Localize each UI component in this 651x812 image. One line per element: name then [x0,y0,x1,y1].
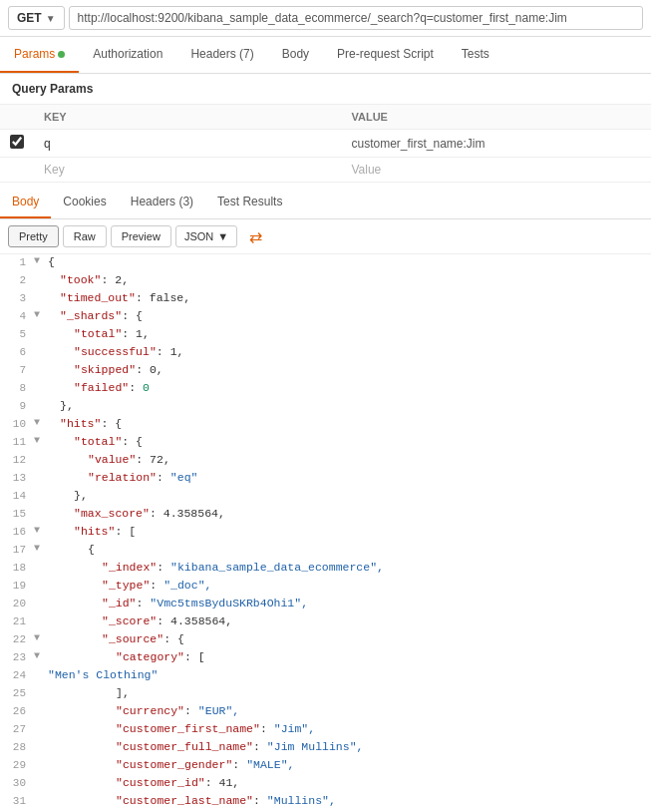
line-content: "category": [ [46,650,651,663]
line-content: { [46,543,651,556]
json-line: 28 "customer_full_name": "Jim Mullins", [0,739,651,757]
json-line: 10▼"hits": { [0,416,651,434]
json-line: 18 "_index": "kibana_sample_data_ecommer… [0,560,651,578]
param-key[interactable]: q [34,130,341,158]
line-content: "customer_last_name": "Mullins", [46,794,651,807]
line-number: 2 [0,273,34,286]
url-input[interactable] [69,6,643,30]
wrap-icon[interactable]: ⇄ [249,227,262,246]
json-line: 3 "timed_out": false, [0,290,651,308]
line-content: "total": { [46,435,651,448]
line-content: ], [46,686,651,699]
line-toggle[interactable]: ▼ [34,650,46,661]
line-number: 4 [0,309,34,322]
col-checkbox [0,105,34,130]
line-number: 27 [0,722,34,735]
line-content: "total": 1, [46,327,651,340]
line-number: 18 [0,561,34,574]
line-number: 19 [0,579,34,592]
line-content: "customer_first_name": "Jim", [46,722,651,735]
tab-response-body[interactable]: Body [0,187,51,218]
method-select[interactable]: GET ▼ [8,6,65,30]
line-toggle[interactable]: ▼ [34,543,46,554]
line-number: 15 [0,507,34,520]
line-number: 1 [0,255,34,268]
json-line: 23▼"category": [ [0,649,651,667]
col-value: VALUE [341,105,651,130]
line-content: "hits": [ [46,525,651,538]
line-number: 30 [0,776,34,789]
line-number: 16 [0,525,34,538]
url-bar: GET ▼ [0,0,651,37]
line-toggle[interactable]: ▼ [34,632,46,643]
tab-tests[interactable]: Tests [448,37,503,73]
line-number: 31 [0,794,34,807]
line-toggle[interactable]: ▼ [34,255,46,266]
line-content: "_index": "kibana_sample_data_ecommerce"… [46,561,651,574]
json-line: 7 "skipped": 0, [0,362,651,380]
preview-button[interactable]: Preview [111,225,171,247]
line-content: "customer_gender": "MALE", [46,758,651,771]
json-line: 5 "total": 1, [0,326,651,344]
line-content: "relation": "eq" [46,471,651,484]
params-table: KEY VALUE q customer_first_name:Jim Key … [0,105,651,183]
format-label: JSON [184,230,213,242]
json-line: 30 "customer_id": 41, [0,775,651,793]
json-line: 9 }, [0,398,651,416]
line-content: "skipped": 0, [46,363,651,376]
json-line: 1▼{ [0,254,651,272]
tab-headers[interactable]: Headers (7) [176,37,267,73]
line-content: "_type": "_doc", [46,579,651,592]
row-checkbox[interactable] [10,135,24,149]
line-number: 20 [0,597,34,609]
json-line: 12 "value": 72, [0,452,651,470]
table-row: q customer_first_name:Jim [0,130,651,158]
line-number: 22 [0,632,34,645]
tab-body[interactable]: Body [268,37,323,73]
json-line: 21 "_score": 4.358564, [0,613,651,631]
json-line: 14 }, [0,488,651,506]
param-value[interactable]: customer_first_name:Jim [341,130,651,158]
line-content: "max_score": 4.358564, [46,507,651,520]
line-content: "customer_id": 41, [46,776,651,789]
json-line: 4▼"_shards": { [0,308,651,326]
tab-authorization[interactable]: Authorization [79,37,176,73]
line-content: "failed": 0 [46,381,651,394]
line-number: 17 [0,543,34,556]
json-line: 20 "_id": "Vmc5tmsByduSKRb4Ohi1", [0,596,651,613]
json-line: 17▼{ [0,542,651,560]
top-tabs: Params Authorization Headers (7) Body Pr… [0,37,651,74]
tab-prerequest[interactable]: Pre-request Script [323,37,448,73]
raw-button[interactable]: Raw [63,225,107,247]
json-line: 26 "currency": "EUR", [0,703,651,721]
line-toggle[interactable]: ▼ [34,309,46,320]
line-toggle[interactable]: ▼ [34,417,46,428]
line-number: 8 [0,381,34,394]
line-content: "_id": "Vmc5tmsByduSKRb4Ohi1", [46,597,651,609]
tab-params[interactable]: Params [0,37,79,73]
line-content: "timed_out": false, [46,291,651,304]
json-line: 24 "Men's Clothing" [0,667,651,685]
line-content: "hits": { [46,417,651,430]
json-line: 13 "relation": "eq" [0,470,651,488]
row-checkbox-cell[interactable] [0,130,34,158]
pretty-button[interactable]: Pretty [8,225,59,247]
tab-cookies[interactable]: Cookies [51,187,118,218]
line-number: 25 [0,686,34,699]
params-dot [58,51,65,58]
tab-test-results[interactable]: Test Results [205,187,294,218]
key-placeholder: Key [44,163,65,177]
response-toolbar: Pretty Raw Preview JSON ▼ ⇄ [0,219,651,254]
line-number: 12 [0,453,34,466]
json-line: 19 "_type": "_doc", [0,578,651,596]
line-content: }, [46,489,651,502]
line-content: "Men's Clothing" [46,668,651,681]
line-content: "value": 72, [46,453,651,466]
format-select[interactable]: JSON ▼ [175,225,237,247]
table-row-empty: Key Value [0,158,651,183]
line-number: 23 [0,650,34,663]
line-toggle[interactable]: ▼ [34,525,46,536]
line-content: { [46,255,651,268]
line-toggle[interactable]: ▼ [34,435,46,446]
tab-response-headers[interactable]: Headers (3) [119,187,205,218]
